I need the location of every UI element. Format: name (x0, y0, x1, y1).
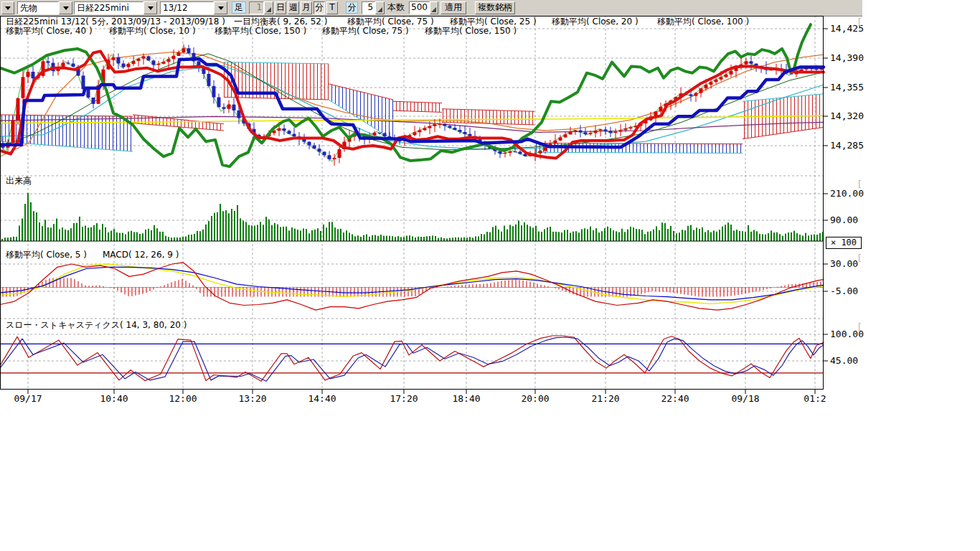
legend-ma10[interactable]: 移動平均( Close, 10 ) (109, 27, 196, 36)
x-axis-label: 13:20 (232, 393, 273, 404)
volume-panel-label[interactable]: 出来高 (6, 176, 32, 186)
x-axis-label: 20:00 (515, 393, 555, 404)
x-axis-label: 22:40 (655, 393, 695, 404)
y-axis-label: 14,355 (830, 83, 864, 93)
chart-application-window: 先物 日経225mini 13/12 足 1 日 週 月 分 T 分 5 本数 … (0, 0, 980, 551)
x-axis-label: 21:20 (585, 393, 626, 404)
y-axis-label: 210.00 (830, 189, 864, 199)
panel-resize-handle[interactable]: [ (857, 179, 862, 189)
y-axis-label: 90.00 (830, 215, 858, 225)
x-axis-label: 10:40 (94, 393, 134, 404)
panel-resize-handle[interactable]: [ (857, 17, 862, 27)
x-axis-label: 09/18 (725, 393, 765, 404)
volume-multiplier-badge: × 100 (826, 237, 862, 249)
panel-resize-handle[interactable]: [ (857, 321, 862, 332)
legend-ma75b[interactable]: 移動平均( Close, 75 ) (322, 27, 409, 36)
legend-ma100[interactable]: 移動平均( Close, 100 ) (657, 17, 749, 27)
legend-ma150[interactable]: 移動平均( Close, 150 ) (215, 27, 306, 36)
y-axis-label: 45.00 (830, 356, 858, 366)
y-axis-label: 14,390 (830, 53, 864, 63)
y-axis-label: 30.00 (830, 259, 858, 269)
y-axis-label: 14,320 (830, 111, 864, 121)
legend-ma150b[interactable]: 移動平均( Close, 150 ) (425, 27, 517, 36)
x-axis-label: 12:00 (163, 393, 203, 404)
stochastics-panel-label[interactable]: スロー・ストキャスティクス( 14, 3, 80, 20 ) (6, 321, 187, 330)
x-axis-label: 09/17 (8, 393, 48, 404)
x-axis-label: 01:2 (795, 393, 835, 404)
y-axis-label: -5.00 (830, 286, 858, 296)
legend-ma20[interactable]: 移動平均( Close, 20 ) (552, 17, 639, 27)
legend-ma40[interactable]: 移動平均( Close, 40 ) (6, 27, 93, 36)
y-axis-label: 14,285 (830, 141, 864, 151)
macd-ma-label[interactable]: 移動平均( Close, 5 ) (6, 250, 87, 260)
x-axis-label: 18:40 (446, 393, 486, 404)
panel-resize-handle[interactable]: [ (857, 253, 862, 263)
x-axis-label: 17:20 (384, 393, 424, 404)
x-axis-label: 14:40 (302, 393, 342, 404)
macd-panel-label[interactable]: MACD( 12, 26, 9 ) (103, 250, 179, 260)
